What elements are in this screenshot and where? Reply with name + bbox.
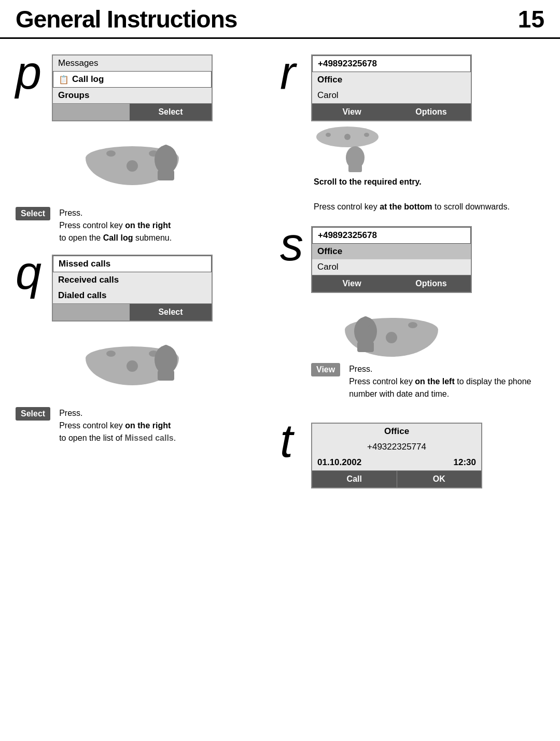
screen-s: +49892325678 Office Carol View Options [311,226,472,293]
svg-rect-7 [348,165,362,172]
control-pad-p-wrap [52,128,213,185]
q-select-badge: Select [16,407,50,421]
s-badge-text: View Press. Press control key on the lef… [311,363,544,400]
section-s-content: +49892325678 Office Carol View Options [311,226,544,410]
section-r-content: +49892325678 Office Carol View Options [311,54,544,213]
letter-r: r [280,49,311,96]
hand-s [350,313,381,357]
screen-p-groups: Groups [53,88,212,103]
control-pad-p-center [127,160,138,172]
letter-q: q [16,249,52,296]
control-pad-s-center [386,332,397,343]
screen-s-options-btn[interactable]: Options [391,275,471,292]
section-r: r +49892325678 Office Carol View [280,54,544,213]
screen-s-carol: Carol [312,259,471,275]
control-pad-s-wrap [311,300,472,357]
section-s: s +49892325678 Office Carol View [280,226,544,410]
screen-s-view-btn[interactable]: View [312,275,391,292]
screen-p-buttons: Select [53,103,212,120]
section-p-content: Messages 📋 Call log Groups Select [52,54,280,191]
screen-q-btn-spacer [53,304,130,320]
screen-q-missed: Missed calls [53,256,212,272]
section-t: t Office +49322325774 01.10.2002 12:30 [280,423,544,488]
screen-t-ok-btn[interactable]: OK [397,471,482,487]
s-view-badge: View [311,363,340,376]
svg-point-2 [162,145,170,157]
screen-q-dialed: Dialed calls [53,288,212,303]
p-text: Press. Press control key on the right to… [59,207,172,244]
screen-s-phone: +49892325678 [312,227,471,244]
hand-p [150,142,181,185]
letter-s: s [280,221,311,268]
section-q: q Missed calls Received calls Dialed cal… [16,255,280,392]
screen-q-buttons: Select [53,303,212,320]
q-badge-text: Select Press. Press control key on the r… [16,407,280,444]
screen-r-view-btn[interactable]: View [312,104,391,120]
screen-r-buttons: View Options [312,103,471,120]
svg-point-10 [361,316,370,329]
scroll-pad-r-wrap [311,127,399,168]
screen-t-call-btn[interactable]: Call [312,471,397,487]
screen-p: Messages 📋 Call log Groups Select [52,54,213,121]
scroll-pad-r-center [344,134,351,140]
calllog-icon: 📋 [59,75,69,85]
letter-t: t [280,417,311,464]
hand-r [342,142,368,175]
screen-r: +49892325678 Office Carol View Options [311,54,472,121]
screen-t-phone: +49322325774 [312,439,481,455]
q-missed-ref: Missed calls [124,434,173,442]
q-text: Press. Press control key on the right to… [59,407,176,444]
screen-t-datetime: 01.10.2002 12:30 [312,455,481,470]
screen-r-phone: +49892325678 [312,55,471,72]
control-pad-q-center [127,360,138,372]
section-p: p Messages 📋 Call log Groups [16,54,280,191]
screen-t: Office +49322325774 01.10.2002 12:30 Cal… [311,423,482,488]
screen-p-calllog: 📋 Call log [53,71,212,88]
screen-r-office: Office [312,72,471,88]
screen-s-buttons: View Options [312,275,471,292]
screen-r-carol: Carol [312,88,471,103]
letter-p: p [16,49,52,96]
page-title: General Instructions [16,5,237,33]
page-number: 15 [518,5,544,33]
s-text: Press. Press control key on the left to … [349,363,544,400]
right-column: r +49892325678 Office Carol View [280,54,544,501]
screen-p-messages: Messages [53,55,212,71]
control-pad-q-wrap [52,328,213,385]
left-column: p Messages 📋 Call log Groups [16,54,280,501]
svg-rect-4 [158,370,174,381]
svg-point-5 [162,345,170,357]
hand-q [150,342,181,385]
svg-rect-9 [357,342,374,352]
screen-r-options-btn[interactable]: Options [391,104,471,120]
svg-rect-1 [158,170,174,180]
p-badge-text: Select Press. Press control key on the r… [16,207,280,244]
screen-p-btn-spacer [53,104,130,120]
screen-s-office: Office [312,244,471,259]
screen-t-office: Office [312,424,481,439]
screen-t-buttons: Call OK [312,470,481,487]
section-q-content: Missed calls Received calls Dialed calls… [52,255,280,392]
main-content: p Messages 📋 Call log Groups [0,39,560,501]
screen-q-select-btn[interactable]: Select [130,304,212,320]
screen-q: Missed calls Received calls Dialed calls… [52,255,213,321]
screen-p-select-btn[interactable]: Select [130,104,212,120]
screen-q-received: Received calls [53,272,212,288]
section-t-content: Office +49322325774 01.10.2002 12:30 Cal… [311,423,544,488]
r-text: Scroll to the required entry. Press cont… [314,176,510,213]
p-select-badge: Select [16,207,50,220]
page-header: General Instructions 15 [0,0,560,39]
